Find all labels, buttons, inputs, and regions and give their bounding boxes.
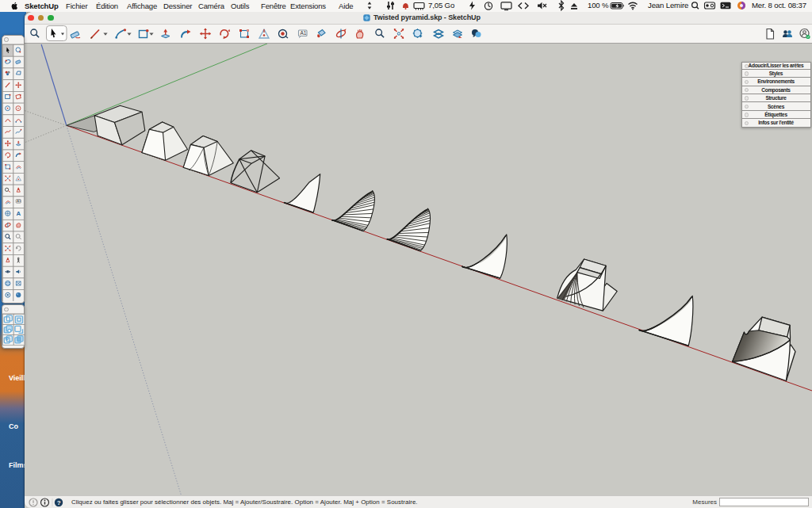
- svg-text:?: ?: [57, 498, 61, 506]
- svg-text:A1: A1: [301, 30, 307, 36]
- svg-text:A: A: [16, 209, 21, 216]
- svg-text:7,05 Go: 7,05 Go: [428, 1, 454, 10]
- svg-text:A1: A1: [17, 199, 21, 203]
- svg-text:Mer. 8 oct. 08:37: Mer. 8 oct. 08:37: [752, 1, 806, 10]
- svg-text:Jean Lemire: Jean Lemire: [648, 1, 688, 10]
- svg-text:100 %: 100 %: [588, 1, 609, 10]
